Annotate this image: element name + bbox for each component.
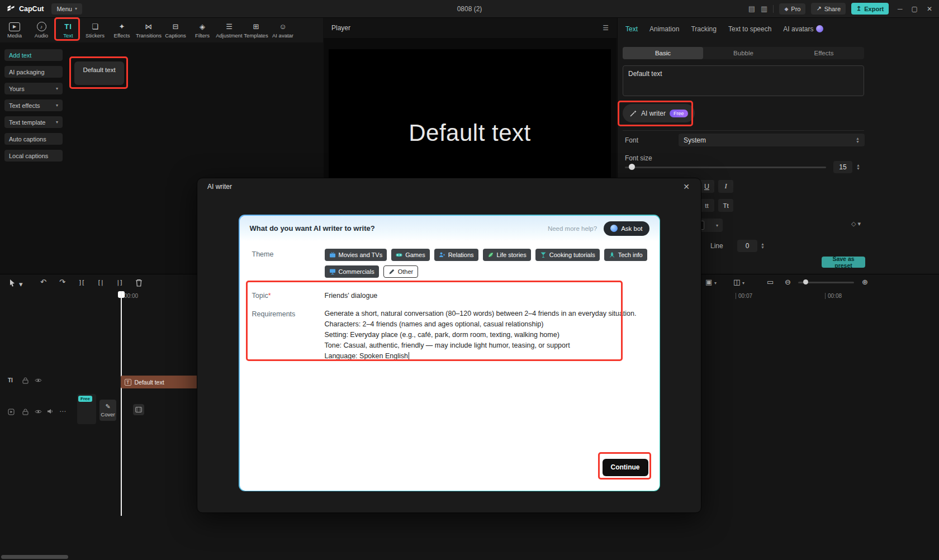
eye-icon[interactable] — [35, 409, 42, 414]
ribbon-text[interactable]: TI Text — [56, 22, 80, 39]
template-thumbnail[interactable]: Free — [77, 394, 96, 424]
tab-ai-avatars[interactable]: AI avatars — [783, 25, 823, 33]
select-tool-icon[interactable] — [9, 279, 16, 288]
ribbon-filters[interactable]: ◈ Filters — [190, 22, 215, 39]
font-select[interactable]: System ▲▼ — [679, 134, 865, 146]
panel-columns-icon[interactable]: ▥ — [761, 4, 767, 13]
sidebar-item-text-template[interactable]: Text template ▾ — [4, 116, 63, 128]
more-options-icon[interactable]: ⋯ — [59, 407, 66, 415]
export-icon: ↥ — [856, 5, 861, 12]
spinner-icon[interactable]: ▲▼ — [856, 137, 860, 144]
sidebar-item-auto-captions[interactable]: Auto captions — [4, 133, 63, 145]
mute-icon[interactable] — [47, 409, 54, 414]
ribbon-ai-avatar[interactable]: ☺ AI avatar — [271, 22, 295, 39]
tab-tracking[interactable]: Tracking — [691, 25, 717, 33]
ask-bot-label: Ask bot — [621, 225, 642, 232]
theme-chip-life-stories[interactable]: Life stories — [483, 249, 531, 261]
requirements-input[interactable]: Generate a short, natural conversation (… — [325, 309, 637, 362]
horizontal-scrollbar[interactable] — [1, 555, 68, 559]
stroke-preset-select[interactable]: ◇ ▾ — [851, 220, 861, 227]
lock-icon[interactable] — [22, 409, 29, 415]
undo-icon[interactable]: ↶ — [40, 278, 46, 286]
playhead[interactable] — [121, 291, 122, 516]
lock-icon[interactable] — [22, 377, 29, 384]
document-title: 0808 (2) — [457, 5, 482, 13]
ribbon-effects[interactable]: ✦ Effects — [110, 22, 134, 39]
ask-bot-button[interactable]: Ask bot — [604, 221, 649, 236]
ribbon-captions[interactable]: ⊟ Captions — [163, 22, 188, 39]
ribbon-label: Audio — [35, 32, 48, 39]
requirements-line: Characters: 2–4 friends (names and ages … — [325, 319, 637, 330]
chevron-down-icon[interactable]: ▾ — [19, 280, 23, 288]
ai-writer-button[interactable]: AI writer Free — [623, 104, 695, 122]
sidebar-item-add-text[interactable]: Add text — [4, 49, 63, 61]
zoom-out-icon[interactable]: ⊖ — [785, 278, 791, 286]
ribbon-adjustment[interactable]: ☰ Adjustment — [217, 22, 241, 39]
theme-chip-tech-info[interactable]: Tech info — [604, 249, 647, 261]
video-clip[interactable] — [133, 404, 144, 415]
line-value[interactable]: 0 — [737, 240, 757, 252]
font-size-slider-thumb[interactable] — [629, 164, 635, 170]
lowercase-button[interactable]: tt — [699, 199, 714, 212]
text-content-input[interactable]: Default text — [623, 65, 864, 96]
monitor-icon — [329, 268, 336, 275]
theme-chip-commercials[interactable]: Commercials — [325, 265, 379, 278]
italic-button[interactable]: I — [718, 180, 733, 193]
close-icon[interactable]: ✕ — [680, 182, 693, 192]
redo-icon[interactable]: ↷ — [59, 278, 65, 286]
tab-text-to-speech[interactable]: Text to speech — [728, 25, 771, 33]
titlecase-button[interactable]: Tt — [718, 199, 733, 212]
preview-text: Default text — [409, 120, 530, 146]
topic-input[interactable]: Friends' dialogue — [325, 290, 378, 300]
ribbon-media[interactable]: ▶ Media — [2, 22, 27, 39]
trim-right-icon[interactable]: |] — [116, 279, 122, 286]
continue-button[interactable]: Continue — [603, 459, 648, 476]
underline-button[interactable]: U — [699, 180, 714, 193]
menu-button[interactable]: Menu ▾ — [51, 3, 82, 15]
eye-icon[interactable] — [35, 378, 42, 383]
theme-chip-movies[interactable]: Movies and TVs — [325, 249, 387, 261]
timeline-zoom-thumb[interactable] — [803, 279, 808, 284]
tab-text[interactable]: Text — [625, 25, 638, 33]
font-size-stepper[interactable]: ▲▼ — [856, 161, 860, 173]
close-button[interactable]: ✕ — [927, 5, 932, 13]
split-icon[interactable]: ][ — [78, 279, 84, 286]
subtab-bubble[interactable]: Bubble — [703, 47, 784, 59]
save-as-preset-button[interactable]: Save as preset — [822, 257, 865, 268]
preview-axis-icon[interactable]: ▭ — [767, 278, 774, 286]
font-size-value[interactable]: 15 — [833, 161, 852, 173]
line-stepper[interactable]: ▲▼ — [761, 240, 765, 252]
theme-chip-games[interactable]: Games — [391, 249, 429, 261]
share-button[interactable]: ↗ Share — [811, 3, 846, 15]
tab-animation[interactable]: Animation — [649, 25, 679, 33]
subtab-effects[interactable]: Effects — [784, 47, 864, 59]
player-menu-icon[interactable]: ☰ — [603, 24, 609, 32]
ribbon-stickers[interactable]: ❏ Stickers — [83, 22, 107, 39]
cover-button[interactable]: ✎ Cover — [99, 400, 116, 421]
ribbon-audio[interactable]: ♪ Audio — [29, 22, 54, 39]
export-button[interactable]: ↥ Export — [851, 3, 889, 15]
zoom-in-icon[interactable]: ⊕ — [862, 278, 868, 286]
panel-layout-icon[interactable]: ▤ — [748, 4, 755, 13]
delete-icon[interactable] — [135, 279, 143, 288]
theme-chip-other-selected[interactable]: Other — [383, 265, 419, 278]
minimize-button[interactable]: ─ — [898, 5, 903, 13]
font-size-slider[interactable] — [625, 167, 826, 168]
default-text-card[interactable]: Default text — [74, 61, 124, 85]
ribbon-transitions[interactable]: ⋈ Transitions — [136, 22, 161, 39]
maximize-button[interactable]: ▢ — [912, 5, 918, 13]
sidebar-item-local-captions[interactable]: Local captions — [4, 150, 63, 162]
ribbon-templates[interactable]: ⊞ Templates — [244, 22, 268, 39]
trim-left-icon[interactable]: [| — [97, 279, 103, 286]
theme-chip-cooking[interactable]: Cooking tutorials — [535, 249, 600, 261]
sidebar-item-ai-packaging[interactable]: AI packaging — [4, 66, 63, 78]
snap-toggle-icon[interactable]: ▣ ▾ — [705, 278, 717, 286]
subtab-basic[interactable]: Basic — [623, 47, 703, 59]
sidebar-item-text-effects[interactable]: Text effects ▾ — [4, 99, 63, 111]
sidebar-item-yours[interactable]: Yours ▾ — [4, 83, 63, 94]
pro-button[interactable]: ◆ Pro — [779, 3, 805, 15]
theme-chip-relations[interactable]: Relations — [434, 249, 478, 261]
link-toggle-icon[interactable]: ◫ ▾ — [733, 278, 744, 286]
transitions-icon: ⋈ — [145, 22, 153, 31]
requirements-line: Generate a short, natural conversation (… — [325, 309, 637, 319]
